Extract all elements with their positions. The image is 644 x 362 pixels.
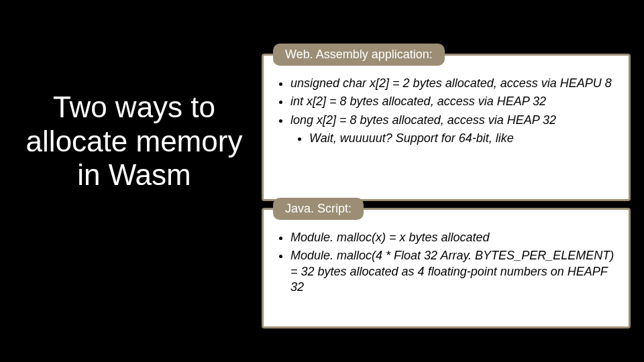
panel-wasm-sublist: Wait, wuuuuut? Support for 64-bit, like — [290, 131, 616, 146]
panel-wasm-list: unsigned char x[2] = 2 bytes allocated, … — [276, 76, 616, 147]
list-item: Wait, wuuuuut? Support for 64-bit, like — [309, 131, 616, 146]
list-item: Module. malloc(x) = x bytes allocated — [290, 230, 616, 245]
panel-js: Java. Script: Module. malloc(x) = x byte… — [262, 208, 631, 328]
list-item: unsigned char x[2] = 2 bytes allocated, … — [290, 76, 616, 91]
list-item: int x[2] = 8 bytes allocated, access via… — [290, 94, 616, 109]
panel-js-label: Java. Script: — [273, 198, 364, 220]
slide-title: Two ways to allocate memory in Wasm — [20, 90, 248, 192]
panel-wasm: Web. Assembly application: unsigned char… — [262, 54, 631, 201]
slide: Two ways to allocate memory in Wasm Web.… — [0, 0, 644, 362]
list-item: Module. malloc(4 * Float 32 Array. BYTES… — [290, 248, 616, 295]
panel-wasm-label: Web. Assembly application: — [273, 44, 445, 66]
list-item: long x[2] = 8 bytes allocated, access vi… — [290, 113, 616, 128]
panel-js-list: Module. malloc(x) = x bytes allocated Mo… — [276, 230, 616, 296]
